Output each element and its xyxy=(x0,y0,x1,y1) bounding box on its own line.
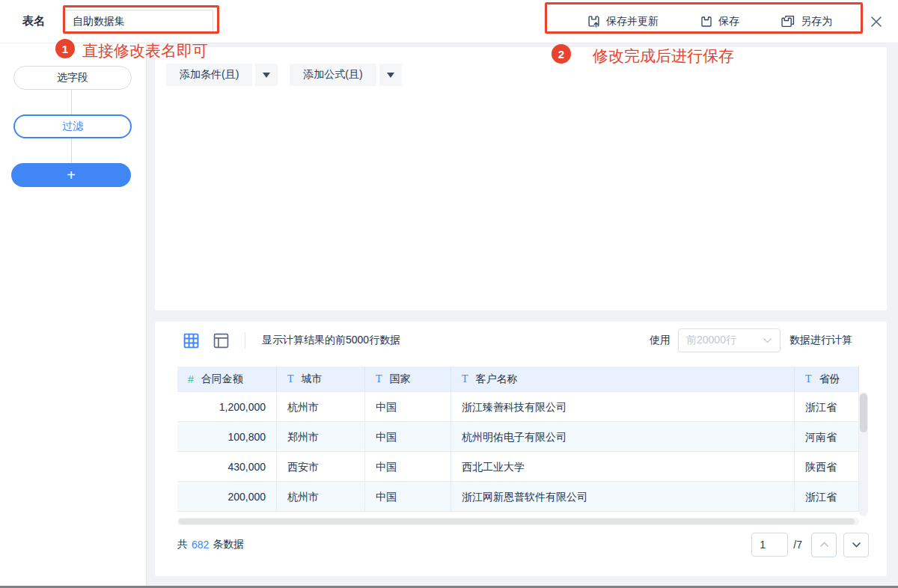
column-label: 客户名称 xyxy=(476,373,518,386)
table-cell: 中国 xyxy=(365,452,451,482)
chevron-up-icon xyxy=(819,542,829,548)
column-header[interactable]: #合同金额 xyxy=(177,367,277,392)
table-cell: 中国 xyxy=(365,482,451,512)
preview-rows-text: 显示计算结果的前5000行数据 xyxy=(262,334,400,347)
table-cell: 100,800 xyxy=(177,422,277,452)
toolbar-divider xyxy=(245,332,245,349)
column-header[interactable]: T国家 xyxy=(365,367,451,392)
table-cell: 中国 xyxy=(365,392,451,422)
table-cell: 西北工业大学 xyxy=(451,452,795,482)
row-limit-select[interactable]: 前20000行 xyxy=(678,328,781,352)
page-total: /7 xyxy=(793,539,802,551)
table-header-row: #合同金额T城市T国家T客户名称T省份 xyxy=(177,367,859,392)
text-type-icon: T xyxy=(462,373,468,385)
table-row: 430,000西安市中国西北工业大学陕西省 xyxy=(177,452,859,482)
select-fields-node[interactable]: 选字段 xyxy=(13,66,132,90)
table-cell: 浙江臻善科技有限公司 xyxy=(451,392,795,422)
chevron-down-icon xyxy=(763,337,772,343)
filter-node[interactable]: 过滤 xyxy=(13,114,132,138)
column-label: 省份 xyxy=(819,373,840,386)
preview-toolbar: 显示计算结果的前5000行数据 使用 前20000行 数据进行计算 xyxy=(155,322,887,359)
annotation-step1-text: 直接修改表名即可 xyxy=(82,40,208,61)
number-type-icon: # xyxy=(188,373,194,385)
table-cell: 河南省 xyxy=(795,422,859,452)
table-name-label: 表名 xyxy=(22,14,45,28)
caret-down-icon xyxy=(387,73,394,78)
close-button[interactable] xyxy=(867,12,886,31)
text-type-icon: T xyxy=(287,373,294,385)
annotation-step2-badge: 2 xyxy=(552,44,571,64)
table-footer: 共 682 条数据 /7 xyxy=(155,531,887,558)
annotation-step1-badge: 1 xyxy=(55,39,75,58)
table-cell: 1,200,000 xyxy=(177,392,277,422)
chevron-down-icon xyxy=(852,542,861,548)
total-count: 682 xyxy=(192,539,209,551)
add-step-button[interactable]: + xyxy=(11,163,131,187)
column-label: 合同金额 xyxy=(201,373,243,386)
table-cell: 浙江省 xyxy=(795,392,859,422)
page-number-input[interactable] xyxy=(751,533,788,557)
table-cell: 杭州市 xyxy=(277,482,365,512)
table-cell: 陕西省 xyxy=(795,452,859,482)
column-header[interactable]: T省份 xyxy=(795,367,859,392)
data-preview-panel: 显示计算结果的前5000行数据 使用 前20000行 数据进行计算 #合同金额T… xyxy=(155,322,887,576)
column-header[interactable]: T城市 xyxy=(277,367,365,392)
text-type-icon: T xyxy=(376,373,382,385)
horizontal-scrollbar[interactable] xyxy=(177,518,859,525)
total-suffix: 条数据 xyxy=(213,538,244,551)
node-connector xyxy=(71,138,72,163)
annotation-box-table-name xyxy=(63,5,219,34)
add-condition-dropdown[interactable] xyxy=(255,64,278,86)
select-fields-label: 选字段 xyxy=(57,71,88,85)
column-label: 城市 xyxy=(302,373,323,386)
preview-table: #合同金额T城市T国家T客户名称T省份 1,200,000杭州市中国浙江臻善科技… xyxy=(177,367,859,512)
table-cell: 西安市 xyxy=(277,452,365,482)
main-area: 添加条件(且) 添加公式(且) xyxy=(147,43,898,588)
filter-config-panel: 添加条件(且) 添加公式(且) xyxy=(155,47,887,310)
row-limit-value: 前20000行 xyxy=(686,334,736,347)
pagination: /7 xyxy=(751,533,869,557)
filter-actions: 添加条件(且) 添加公式(且) xyxy=(166,64,402,86)
grid-view-icon[interactable] xyxy=(182,331,200,349)
column-header[interactable]: T客户名称 xyxy=(451,367,795,392)
use-label: 使用 xyxy=(650,334,671,347)
add-condition-button[interactable]: 添加条件(且) xyxy=(166,64,252,86)
table-cell: 430,000 xyxy=(177,452,277,482)
column-label: 国家 xyxy=(390,373,411,386)
add-formula-button[interactable]: 添加公式(且) xyxy=(290,64,376,86)
table-body: 1,200,000杭州市中国浙江臻善科技有限公司浙江省100,800郑州市中国杭… xyxy=(177,392,859,512)
table-row: 200,000杭州市中国浙江网新恩普软件有限公司浙江省 xyxy=(177,482,859,512)
vertical-scrollbar-thumb[interactable] xyxy=(860,393,867,432)
close-icon xyxy=(870,15,883,28)
horizontal-scrollbar-thumb[interactable] xyxy=(179,518,855,524)
node-connector xyxy=(71,90,72,114)
panel-view-icon[interactable] xyxy=(212,331,230,349)
table-row: 1,200,000杭州市中国浙江臻善科技有限公司浙江省 xyxy=(177,392,859,422)
annotation-step2-text: 修改完成后进行保存 xyxy=(593,46,734,67)
table-cell: 中国 xyxy=(365,422,451,452)
caret-down-icon xyxy=(263,73,270,78)
compute-rows-setting: 使用 前20000行 数据进行计算 xyxy=(650,328,852,352)
vertical-scrollbar[interactable] xyxy=(859,392,868,516)
table-cell: 杭州明佑电子有限公司 xyxy=(451,422,795,452)
next-page-button[interactable] xyxy=(843,533,869,557)
table-cell: 浙江网新恩普软件有限公司 xyxy=(451,482,795,512)
total-prefix: 共 xyxy=(177,538,188,551)
annotation-box-save-buttons xyxy=(545,2,863,34)
table-cell: 杭州市 xyxy=(277,392,365,422)
filter-label: 过滤 xyxy=(62,120,83,133)
compute-label: 数据进行计算 xyxy=(789,334,852,347)
table-cell: 200,000 xyxy=(177,482,277,512)
table-cell: 郑州市 xyxy=(277,422,365,452)
add-formula-dropdown[interactable] xyxy=(379,64,402,86)
flow-sidebar: 选字段 过滤 + xyxy=(0,43,147,588)
table-row: 100,800郑州市中国杭州明佑电子有限公司河南省 xyxy=(177,422,859,452)
text-type-icon: T xyxy=(805,373,812,385)
table-cell: 浙江省 xyxy=(795,482,859,512)
previous-page-button[interactable] xyxy=(811,533,837,557)
plus-icon: + xyxy=(67,167,76,184)
